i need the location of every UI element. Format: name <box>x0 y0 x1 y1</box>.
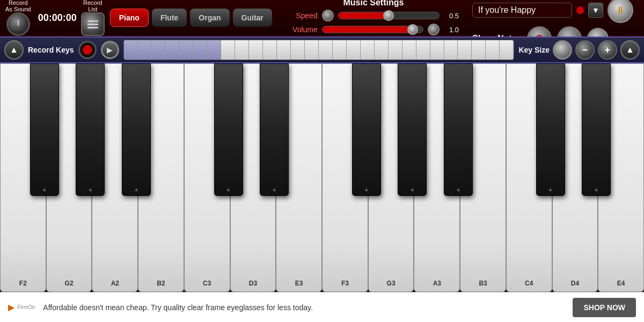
black-key-4[interactable] <box>260 63 289 196</box>
play-button[interactable]: ▶ <box>101 41 119 59</box>
mini-key-9 <box>235 40 249 60</box>
main-content: ▲ Record Keys ▶ <box>0 36 644 322</box>
key-label-c4: C4 <box>525 280 533 287</box>
mini-key-5 <box>179 40 193 60</box>
mini-key-8 <box>221 40 235 60</box>
organ-button[interactable]: Organ <box>190 9 229 27</box>
key-label-e3: E3 <box>295 280 303 287</box>
volume-label: Volume <box>288 25 318 34</box>
music-settings-panel: Music Settings Speed 0.5 Volume 1.0 <box>280 0 467 38</box>
volume-knob[interactable] <box>428 24 440 35</box>
mini-key-3 <box>152 40 166 60</box>
key-label-a2: A2 <box>111 280 119 287</box>
key-label-f2: F2 <box>19 280 27 287</box>
black-key-2[interactable] <box>122 63 151 196</box>
mini-key-24 <box>444 40 458 60</box>
mini-key-17 <box>347 40 361 60</box>
black-key-6[interactable] <box>398 63 427 196</box>
black-key-9[interactable] <box>582 63 611 196</box>
piano-mini-keys <box>124 40 514 60</box>
ad-arrow-icon: ▶ <box>8 302 14 312</box>
volume-value: 1.0 <box>444 26 459 34</box>
mini-key-11 <box>263 40 277 60</box>
mini-key-25 <box>458 40 472 60</box>
key-label-f3: F3 <box>341 280 349 287</box>
record-button[interactable] <box>78 41 97 59</box>
song-name: If you're Happy <box>472 3 572 18</box>
key-size-up-button[interactable]: ▲ <box>620 40 640 60</box>
key-size-label: Key Size <box>518 46 550 54</box>
speed-value: 0.5 <box>444 12 459 20</box>
record-list-knob[interactable] <box>81 12 105 36</box>
mini-key-14 <box>305 40 319 60</box>
key-label-e4: E4 <box>617 280 625 287</box>
music-settings-title: Music Settings <box>288 0 459 8</box>
ad-logo: ▶ FirmOn <box>8 302 35 312</box>
black-key-7[interactable] <box>444 63 473 196</box>
record-list-section: RecordList <box>81 0 105 36</box>
black-key-0[interactable] <box>30 63 59 196</box>
mini-key-27 <box>486 40 500 60</box>
record-as-sound-knob[interactable] <box>6 12 30 36</box>
mini-key-10 <box>249 40 263 60</box>
speed-row: Speed 0.5 <box>288 10 459 21</box>
piano-wrapper: F2G2A2B2C3D3E3F3G3A3B3C4D4E4 <box>0 63 644 292</box>
ad-text: Affordable doesn't mean cheap. Try quali… <box>43 303 565 312</box>
mini-key-12 <box>277 40 291 60</box>
mini-key-22 <box>416 40 430 60</box>
piano-mini-display <box>123 40 515 60</box>
black-key-1[interactable] <box>76 63 105 196</box>
record-keys-bar: ▲ Record Keys ▶ <box>0 36 644 63</box>
mini-key-15 <box>319 40 333 60</box>
record-keys-label: Record Keys <box>28 46 74 54</box>
key-label-b3: B3 <box>479 280 487 287</box>
keys-container: F2G2A2B2C3D3E3F3G3A3B3C4D4E4 <box>0 63 644 292</box>
mini-key-1 <box>124 40 138 60</box>
volume-track[interactable] <box>322 26 423 33</box>
scroll-up-button[interactable]: ▲ <box>4 40 24 60</box>
ad-brand-name: FirmOn <box>17 304 35 310</box>
record-indicator <box>576 6 584 14</box>
key-label-c3: C3 <box>203 280 211 287</box>
key-label-g2: G2 <box>65 280 74 287</box>
guitar-button[interactable]: Guitar <box>233 9 272 27</box>
piano-button[interactable]: Piano <box>110 9 149 27</box>
list-icon <box>87 20 98 28</box>
black-key-3[interactable] <box>214 63 243 196</box>
key-label-g3: G3 <box>387 280 396 287</box>
mini-key-23 <box>430 40 444 60</box>
key-size-plus-button[interactable]: + <box>598 40 617 60</box>
black-key-5[interactable] <box>352 63 381 196</box>
mini-key-2 <box>138 40 152 60</box>
key-size-minus-button[interactable]: − <box>575 40 595 60</box>
speed-knob[interactable] <box>322 10 334 21</box>
record-as-sound-section: RecordAs Sound <box>5 0 31 36</box>
shop-now-button[interactable]: SHOP NOW <box>573 298 636 317</box>
top-bar: RecordAs Sound 00:00:00 RecordList Piano… <box>0 0 644 36</box>
song-row: If you're Happy ▼ ⏸ <box>472 0 633 23</box>
key-label-a3: A3 <box>433 280 441 287</box>
mini-key-20 <box>389 40 402 60</box>
key-size-knob[interactable] <box>553 40 572 60</box>
mini-key-6 <box>193 40 207 60</box>
speed-track[interactable] <box>338 12 440 19</box>
mini-key-28 <box>500 40 514 60</box>
black-key-8[interactable] <box>536 63 565 196</box>
mini-key-13 <box>291 40 305 60</box>
mini-key-21 <box>402 40 416 60</box>
speed-label: Speed <box>288 11 318 20</box>
volume-row: Volume 1.0 <box>288 24 459 35</box>
mini-key-19 <box>375 40 389 60</box>
timer-display: 00:00:00 <box>38 12 77 24</box>
ad-banner: ▶ FirmOn Affordable doesn't mean cheap. … <box>0 292 644 322</box>
key-label-b2: B2 <box>157 280 165 287</box>
record-as-sound-label: RecordAs Sound <box>5 0 31 12</box>
mini-key-18 <box>361 40 375 60</box>
instrument-buttons: Piano Flute Organ Guitar <box>110 9 272 27</box>
dropdown-chevron[interactable]: ▼ <box>588 3 603 18</box>
mini-key-4 <box>165 40 179 60</box>
pause-button[interactable]: ⏸ <box>608 0 633 23</box>
mini-key-7 <box>207 40 221 60</box>
flute-button[interactable]: Flute <box>152 9 187 27</box>
mini-key-26 <box>472 40 486 60</box>
